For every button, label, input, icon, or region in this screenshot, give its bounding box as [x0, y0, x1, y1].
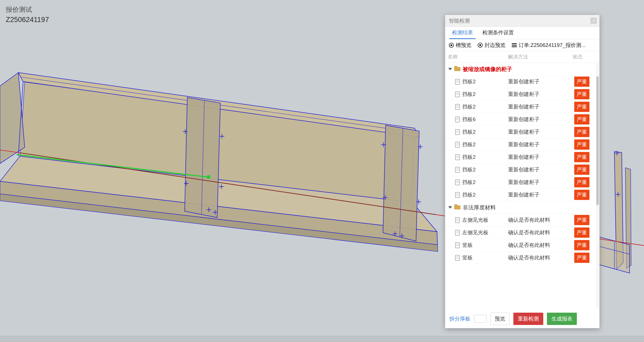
- issue-row[interactable]: 左侧见光板 确认是否有此材料 严重: [445, 214, 599, 226]
- panel-title: 智能检测: [449, 18, 470, 24]
- issue-name: 挡板2: [462, 128, 476, 135]
- issue-row[interactable]: 挡板2 重新创建柜子 严重: [445, 164, 599, 176]
- triangle-down-icon[interactable]: [448, 206, 452, 209]
- issue-row[interactable]: 左侧见光板 确认是否有此材料 严重: [445, 226, 599, 239]
- severity-badge: 严重: [574, 215, 589, 225]
- file-icon: [455, 117, 460, 122]
- issue-solution: 重新创建柜子: [508, 176, 573, 188]
- issue-row[interactable]: 竖板 确认是否有此材料 严重: [445, 252, 599, 264]
- issue-name: 挡板2: [462, 179, 476, 186]
- scrollbar-track[interactable]: [596, 63, 599, 308]
- issue-row[interactable]: 挡板2 重新创建柜子 严重: [445, 126, 599, 138]
- issue-solution: 重新创建柜子: [508, 164, 573, 176]
- generate-report-button[interactable]: 生成报表: [547, 313, 577, 325]
- issue-solution: 重新创建柜子: [508, 75, 573, 88]
- issue-solution: 重新创建柜子: [508, 88, 573, 100]
- issue-solution: 重新创建柜子: [508, 126, 573, 138]
- issue-row[interactable]: 挡板2 重新创建柜子 严重: [445, 101, 599, 113]
- severity-badge: 严重: [574, 139, 589, 150]
- file-icon: [455, 142, 460, 148]
- column-status: 状态: [573, 53, 599, 60]
- triangle-down-icon[interactable]: [448, 68, 452, 70]
- tab-detection-results[interactable]: 检测结果: [449, 27, 476, 39]
- right-cabinet-fragment: [599, 151, 631, 273]
- file-icon: [455, 217, 460, 223]
- groove-preview-label: 槽预览: [456, 42, 471, 49]
- close-icon[interactable]: ×: [590, 18, 597, 24]
- order-number: Z2506241197: [6, 16, 49, 24]
- severity-badge: 严重: [574, 190, 589, 200]
- issue-row[interactable]: 竖板 确认是否有此材料 严重: [445, 239, 599, 252]
- issue-row[interactable]: 挡板2 重新创建柜子 严重: [445, 176, 599, 189]
- file-icon: [455, 104, 460, 110]
- edgeband-preview-label: 封边预览: [485, 42, 505, 49]
- severity-badge: 严重: [574, 240, 589, 250]
- group-row-scaled-mirrored[interactable]: 被缩放或镜像的柜子: [445, 63, 599, 75]
- file-icon: [455, 255, 460, 261]
- issue-name: 竖板: [462, 254, 473, 261]
- column-name: 名称: [445, 53, 508, 60]
- file-icon: [455, 79, 460, 85]
- issue-solution: 重新创建柜子: [508, 151, 573, 163]
- file-icon: [455, 167, 460, 173]
- scrollbar-thumb[interactable]: [596, 76, 599, 205]
- issue-name: 左侧见光板: [462, 229, 488, 236]
- panel-header: 智能检测 ×: [445, 15, 599, 27]
- severity-badge: 严重: [574, 177, 589, 187]
- edgeband-preview-toggle[interactable]: 封边预览: [478, 42, 505, 49]
- hamburger-icon: [512, 43, 517, 47]
- issue-solution: 重新创建柜子: [508, 138, 573, 151]
- issue-row[interactable]: 挡板6 重新创建柜子 严重: [445, 113, 599, 126]
- split-thick-board-link[interactable]: 拆分厚板: [449, 315, 470, 322]
- order-selector-label: 订单:Z2506241197_报价测...: [519, 42, 586, 49]
- severity-badge: 严重: [574, 127, 589, 137]
- group-row-illegal-thickness[interactable]: 非法厚度材料: [445, 201, 599, 214]
- panel-toolbar: 槽预览 封边预览 订单:Z2506241197_报价测...: [445, 39, 599, 51]
- issue-row[interactable]: 挡板2 重新创建柜子 严重: [445, 138, 599, 151]
- file-icon: [455, 91, 460, 97]
- severity-badge: 严重: [574, 102, 589, 112]
- issue-row[interactable]: 挡板2 重新创建柜子 严重: [445, 88, 599, 101]
- issue-name: 挡板2: [462, 91, 476, 98]
- issue-solution: 确认是否有此材料: [508, 214, 573, 226]
- column-solution: 解决方法: [508, 53, 573, 60]
- severity-badge: 严重: [574, 114, 589, 124]
- group-label: 非法厚度材料: [463, 204, 496, 211]
- issue-row[interactable]: 挡板2 重新创建柜子 严重: [445, 75, 599, 88]
- severity-badge: 严重: [574, 253, 589, 263]
- issue-solution: 重新创建柜子: [508, 101, 573, 113]
- issue-row[interactable]: 挡板2 重新创建柜子 严重: [445, 151, 599, 164]
- issue-solution: 确认是否有此材料: [508, 252, 573, 264]
- issue-name: 挡板6: [462, 116, 476, 123]
- issue-name: 挡板2: [462, 103, 476, 110]
- file-icon: [455, 129, 460, 135]
- file-icon: [455, 192, 460, 198]
- issue-row[interactable]: 挡板2 重新创建柜子 严重: [445, 189, 599, 201]
- panel-footer: 拆分厚板 预览 重新检测 生成报表: [445, 309, 599, 328]
- redetect-button[interactable]: 重新检测: [513, 313, 543, 325]
- severity-badge: 严重: [574, 227, 589, 238]
- issue-solution: 重新创建柜子: [508, 113, 573, 126]
- folder-icon: [454, 205, 460, 209]
- project-title: 报价测试: [6, 5, 32, 14]
- groove-preview-toggle[interactable]: 槽预览: [449, 42, 471, 49]
- severity-badge: 严重: [574, 77, 589, 87]
- issue-solution: 确认是否有此材料: [508, 239, 573, 251]
- file-icon: [455, 242, 460, 248]
- group-label: 被缩放或镜像的柜子: [463, 66, 512, 73]
- file-icon: [455, 180, 460, 185]
- split-value-input[interactable]: [474, 315, 487, 323]
- panel-tabs: 检测结果 检测条件设置: [445, 27, 599, 39]
- table-header: 名称 解决方法 状态: [445, 51, 599, 63]
- issue-name: 挡板2: [462, 191, 476, 198]
- issue-name: 竖板: [462, 242, 473, 249]
- issue-solution: 重新创建柜子: [508, 189, 573, 201]
- tab-detection-settings[interactable]: 检测条件设置: [480, 27, 517, 39]
- file-icon: [455, 154, 460, 160]
- issue-name: 左侧见光板: [462, 216, 488, 224]
- cabinet-3d-model: [0, 73, 438, 252]
- severity-badge: 严重: [574, 152, 589, 162]
- preview-button[interactable]: 预览: [490, 313, 510, 325]
- order-selector[interactable]: 订单:Z2506241197_报价测...: [512, 42, 586, 49]
- target-icon: [449, 43, 454, 48]
